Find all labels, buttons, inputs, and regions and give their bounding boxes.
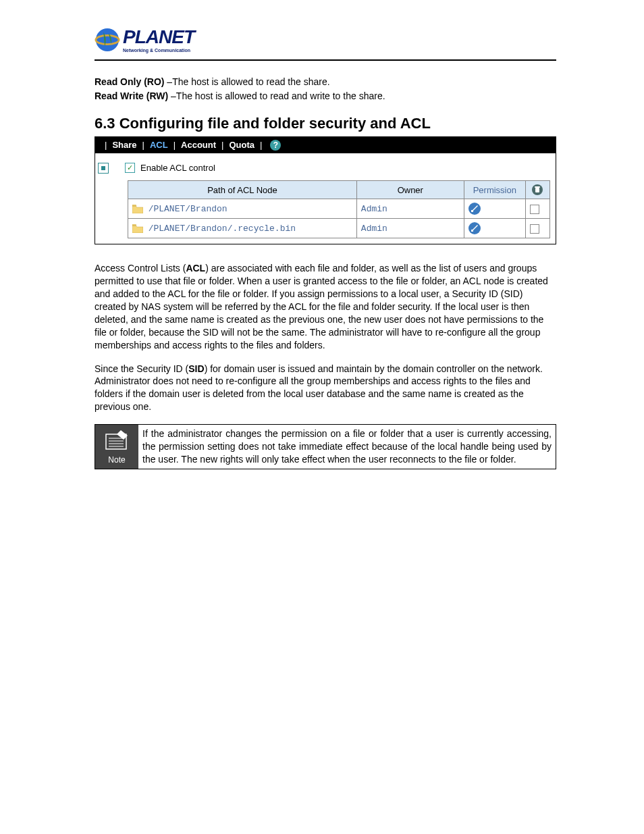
table-row: /PLANET/Brandon Admin (128, 199, 550, 219)
enable-acl-checkbox[interactable] (125, 163, 135, 173)
permission-icon[interactable] (468, 203, 481, 215)
acl-screenshot: | Share | ACL | Account | Quota | ? Enab… (95, 136, 556, 245)
col-permission: Permission (464, 180, 525, 199)
logo-tagline: Networking & Communication (123, 48, 194, 53)
tab-share[interactable]: Share (112, 140, 136, 150)
help-icon[interactable]: ? (270, 140, 281, 151)
logo-text: PLANET (123, 28, 194, 47)
row-checkbox[interactable] (530, 205, 539, 214)
intro-text: Read Only (RO) –The host is allowed to r… (95, 76, 556, 103)
paragraph-sid: Since the Security ID (SID) for domain u… (95, 363, 556, 414)
folder-icon (132, 205, 143, 213)
svg-rect-3 (535, 188, 539, 192)
enable-acl-label: Enable ACL control (140, 163, 215, 173)
tab-bar: | Share | ACL | Account | Quota | ? (95, 137, 556, 153)
header-divider (95, 59, 556, 61)
svg-point-0 (96, 28, 119, 51)
note-icon (102, 427, 132, 452)
logo: PLANET Networking & Communication (95, 27, 556, 53)
section-heading: 6.3 Configuring file and folder security… (95, 115, 556, 132)
permission-icon[interactable] (468, 222, 481, 234)
table-row: /PLANET/Brandon/.recycle.bin Admin (128, 219, 550, 238)
note-label: Note (99, 455, 134, 465)
acl-table: Path of ACL Node Owner Permission /PLANE… (128, 180, 550, 239)
tab-acl[interactable]: ACL (150, 140, 168, 150)
folder-icon (132, 224, 143, 233)
col-path: Path of ACL Node (128, 180, 357, 199)
globe-icon (95, 27, 120, 53)
collapse-icon[interactable] (98, 163, 109, 174)
col-delete (525, 180, 549, 199)
svg-rect-8 (471, 230, 473, 232)
svg-rect-4 (535, 186, 540, 188)
svg-rect-6 (471, 210, 473, 212)
row-checkbox[interactable] (530, 224, 539, 234)
note-text: If the administrator changes the permiss… (138, 425, 556, 469)
trash-icon[interactable] (532, 184, 543, 195)
paragraph-acl: Access Control Lists (ACL) are associate… (95, 262, 556, 351)
tab-quota[interactable]: Quota (229, 140, 254, 150)
tab-account[interactable]: Account (181, 140, 216, 150)
note-box: Note If the administrator changes the pe… (95, 424, 556, 469)
col-owner: Owner (356, 180, 464, 199)
